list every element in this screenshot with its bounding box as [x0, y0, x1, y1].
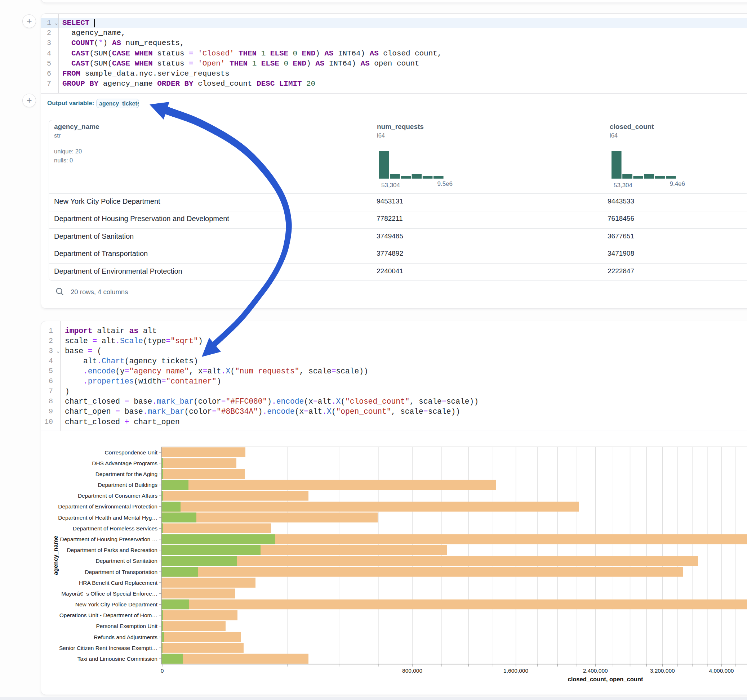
- svg-text:Department of Transportation: Department of Transportation: [85, 569, 157, 575]
- svg-text:Department of Environmental Pr: Department of Environmental Protection: [58, 503, 157, 510]
- svg-text:Department of Homeless Service: Department of Homeless Services: [73, 525, 157, 531]
- svg-text:1,600,000: 1,600,000: [504, 668, 528, 674]
- svg-text:Senior Citizen Rent Increase E: Senior Citizen Rent Increase Exempti…: [59, 645, 157, 651]
- svg-text:2,400,000: 2,400,000: [583, 668, 608, 674]
- svg-text:closed_count, open_count: closed_count, open_count: [567, 676, 643, 682]
- svg-text:Department of Consumer Affairs: Department of Consumer Affairs: [78, 493, 157, 499]
- svg-text:0: 0: [161, 668, 164, 674]
- svg-text:Refunds and Adjustments: Refunds and Adjustments: [94, 634, 157, 640]
- svg-text:800,000: 800,000: [402, 668, 422, 674]
- svg-text:3,200,000: 3,200,000: [650, 668, 675, 674]
- svg-text:Department of Parks and Recrea: Department of Parks and Recreation: [67, 547, 157, 553]
- svg-text:Taxi and Limousine Commission: Taxi and Limousine Commission: [77, 656, 157, 662]
- svg-text:Mayorâ€ s Office of Special E: Mayorâ€ s Office of Special Enforce…: [61, 591, 157, 597]
- svg-text:DHS Advantage Programs: DHS Advantage Programs: [92, 460, 157, 466]
- svg-text:Department of Housing Preserva: Department of Housing Preservation …: [60, 536, 157, 542]
- svg-text:Department of Buildings: Department of Buildings: [98, 482, 158, 488]
- svg-text:Department for the Aging: Department for the Aging: [95, 471, 157, 477]
- svg-text:Operations Unit - Department o: Operations Unit - Department of Hom…: [59, 612, 157, 618]
- svg-text:New York City Police Departmen: New York City Police Department: [75, 601, 158, 608]
- svg-text:Department of Health and Menta: Department of Health and Mental Hyg…: [58, 514, 157, 520]
- svg-text:Department of Sanitation: Department of Sanitation: [96, 558, 157, 564]
- svg-text:Correspondence Unit: Correspondence Unit: [105, 450, 158, 456]
- svg-text:agency_name: agency_name: [52, 536, 59, 575]
- svg-text:4,000,000: 4,000,000: [709, 668, 734, 674]
- svg-text:Personal Exemption Unit: Personal Exemption Unit: [96, 623, 157, 629]
- svg-text:HRA Benefit Card Replacement: HRA Benefit Card Replacement: [79, 580, 158, 586]
